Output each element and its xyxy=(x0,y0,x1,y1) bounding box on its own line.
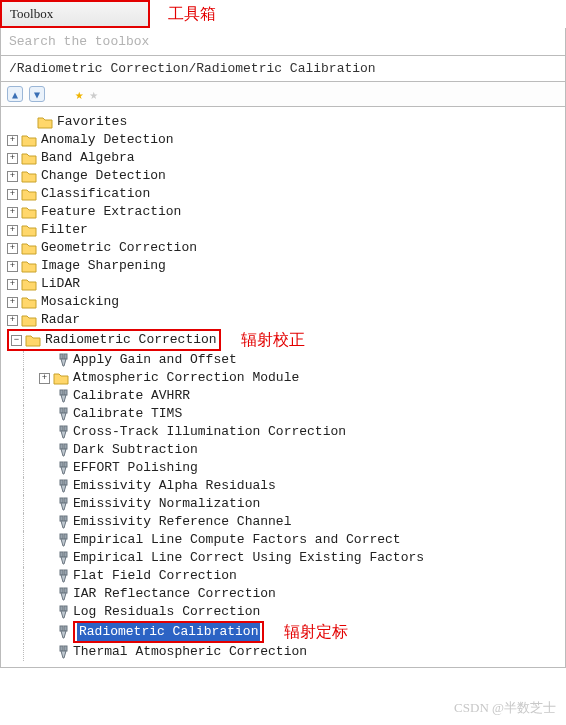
tree-item[interactable]: Dark Subtraction xyxy=(7,441,563,459)
window-title: Toolbox xyxy=(0,0,150,28)
folder-icon xyxy=(21,241,37,255)
tree-item[interactable]: Apply Gain and Offset xyxy=(7,351,563,369)
search-input[interactable]: Search the toolbox xyxy=(0,28,566,56)
collapse-all-button[interactable]: ▲ xyxy=(7,86,23,102)
folder-icon xyxy=(21,259,37,273)
tree-folder[interactable]: +Mosaicking xyxy=(7,293,563,311)
tree-folder[interactable]: +Radar xyxy=(7,311,563,329)
tree-item[interactable]: Calibrate TIMS xyxy=(7,405,563,423)
tool-icon xyxy=(53,645,69,659)
tool-icon xyxy=(53,443,69,457)
annotation-radiometric-calibration: 辐射定标 xyxy=(284,623,348,641)
folder-icon xyxy=(53,371,69,385)
expand-toggle[interactable]: + xyxy=(7,279,18,290)
tool-icon xyxy=(53,461,69,475)
tree-item[interactable]: Calibrate AVHRR xyxy=(7,387,563,405)
tool-icon xyxy=(53,425,69,439)
tree-item[interactable]: Emissivity Reference Channel xyxy=(7,513,563,531)
expand-toggle[interactable]: + xyxy=(7,261,18,272)
tool-icon xyxy=(53,479,69,493)
favorite-star-off-icon[interactable]: ★ xyxy=(89,86,97,102)
tool-icon xyxy=(53,515,69,529)
tree-item[interactable]: Emissivity Alpha Residuals xyxy=(7,477,563,495)
search-placeholder: Search the toolbox xyxy=(9,34,149,49)
tool-icon xyxy=(53,533,69,547)
tree-folder[interactable]: +Anomaly Detection xyxy=(7,131,563,149)
tree-item[interactable]: Empirical Line Compute Factors and Corre… xyxy=(7,531,563,549)
tree-folder[interactable]: +Classification xyxy=(7,185,563,203)
folder-icon xyxy=(21,313,37,327)
tree-folder[interactable]: +LiDAR xyxy=(7,275,563,293)
folder-icon xyxy=(21,205,37,219)
tree-folder[interactable]: +Filter xyxy=(7,221,563,239)
tree-favorites[interactable]: Favorites xyxy=(7,113,563,131)
tree-item[interactable]: IAR Reflectance Correction xyxy=(7,585,563,603)
folder-icon xyxy=(21,133,37,147)
expand-toggle[interactable]: + xyxy=(7,189,18,200)
tree-item[interactable]: Radiometric Calibration辐射定标 xyxy=(7,621,563,643)
tool-icon xyxy=(53,551,69,565)
expand-toggle[interactable]: + xyxy=(7,297,18,308)
expand-toggle[interactable]: + xyxy=(7,135,18,146)
tree-item[interactable]: Thermal Atmospheric Correction xyxy=(7,643,563,661)
tree-folder[interactable]: +Geometric Correction xyxy=(7,239,563,257)
expand-toggle[interactable]: + xyxy=(7,315,18,326)
tool-icon xyxy=(53,587,69,601)
expand-toggle[interactable]: + xyxy=(39,373,50,384)
annotation-radiometric-correction: 辐射校正 xyxy=(241,331,305,349)
expand-toggle[interactable]: + xyxy=(7,243,18,254)
tree-folder[interactable]: +Band Algebra xyxy=(7,149,563,167)
tree-radiometric-correction[interactable]: −Radiometric Correction辐射校正 xyxy=(7,329,563,351)
title-annotation: 工具箱 xyxy=(168,4,216,25)
tool-icon xyxy=(53,407,69,421)
tree-folder[interactable]: +Image Sharpening xyxy=(7,257,563,275)
tree-item[interactable]: +Atmospheric Correction Module xyxy=(7,369,563,387)
expand-all-button[interactable]: ▼ xyxy=(29,86,45,102)
tree-item[interactable]: Flat Field Correction xyxy=(7,567,563,585)
tool-icon xyxy=(53,569,69,583)
folder-icon xyxy=(21,169,37,183)
toolbar: ▲ ▼ ★ ★ xyxy=(0,82,566,107)
tree-folder[interactable]: +Change Detection xyxy=(7,167,563,185)
tree-item-selected: Radiometric Calibration xyxy=(77,623,260,641)
tool-icon xyxy=(53,497,69,511)
folder-icon xyxy=(37,115,53,129)
expand-toggle[interactable]: − xyxy=(11,335,22,346)
tree-item[interactable]: EFFORT Polishing xyxy=(7,459,563,477)
expand-toggle[interactable]: + xyxy=(7,207,18,218)
favorite-star-icon[interactable]: ★ xyxy=(75,86,83,102)
expand-toggle[interactable]: + xyxy=(7,153,18,164)
toolbox-tree[interactable]: Favorites+Anomaly Detection+Band Algebra… xyxy=(0,107,566,668)
tree-item[interactable]: Cross-Track Illumination Correction xyxy=(7,423,563,441)
expand-toggle[interactable]: + xyxy=(7,225,18,236)
folder-icon xyxy=(25,333,41,347)
tree-folder[interactable]: +Feature Extraction xyxy=(7,203,563,221)
expand-toggle[interactable]: + xyxy=(7,171,18,182)
folder-icon xyxy=(21,295,37,309)
tree-item[interactable]: Emissivity Normalization xyxy=(7,495,563,513)
tool-icon xyxy=(53,605,69,619)
tool-icon xyxy=(53,625,69,639)
breadcrumb: /Radiometric Correction/Radiometric Cali… xyxy=(0,56,566,82)
folder-icon xyxy=(21,187,37,201)
tree-item[interactable]: Log Residuals Correction xyxy=(7,603,563,621)
tool-icon xyxy=(53,353,69,367)
folder-icon xyxy=(21,277,37,291)
title-text: Toolbox xyxy=(10,6,53,21)
tool-icon xyxy=(53,389,69,403)
tree-item[interactable]: Empirical Line Correct Using Existing Fa… xyxy=(7,549,563,567)
folder-icon xyxy=(21,151,37,165)
folder-icon xyxy=(21,223,37,237)
